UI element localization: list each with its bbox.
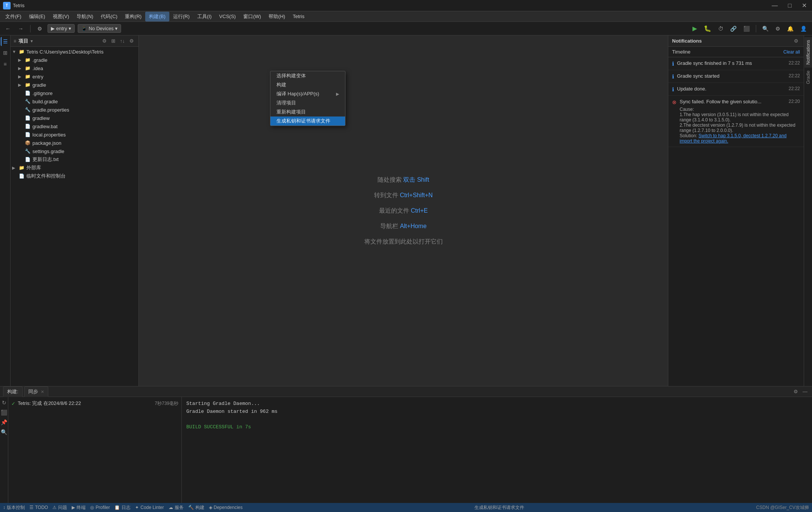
settings-button[interactable]: ⚙ bbox=[773, 24, 783, 33]
tree-idea-folder[interactable]: ▶ 📁 .idea bbox=[11, 64, 138, 72]
gradle-vertical-tab[interactable]: Gradle bbox=[804, 67, 812, 87]
notif-title-3: Update done. bbox=[677, 86, 706, 92]
menu-tetris[interactable]: Tetris bbox=[289, 12, 308, 21]
toolbar-separator-2 bbox=[756, 25, 756, 32]
menu-bar: 文件(F) 编辑(E) 视图(V) 导航(N) 代码(C) 重构(R) 构建(B… bbox=[0, 11, 812, 22]
menu-code[interactable]: 代码(C) bbox=[97, 12, 121, 21]
run-config-button[interactable]: ⚙ bbox=[35, 24, 45, 33]
dropdown-compile-hap[interactable]: 编译 Hap(s)/APP(s) ▶ bbox=[270, 89, 345, 98]
menu-navigate[interactable]: 导航(N) bbox=[73, 12, 97, 21]
status-bar-right: CSDN @GISer_CV攻城狮 bbox=[756, 504, 809, 511]
sidebar-project-icon[interactable]: ☰ bbox=[1, 37, 10, 46]
gradlew-bat-label: gradlew.bat bbox=[32, 124, 58, 129]
status-todo[interactable]: ☰ TODO bbox=[29, 505, 48, 510]
dropdown-select-variant[interactable]: 选择构建变体 bbox=[270, 71, 345, 80]
menu-help[interactable]: 帮助(H) bbox=[265, 12, 289, 21]
minimize-button[interactable]: — bbox=[769, 2, 780, 10]
tree-gradlew-bat[interactable]: 📄 gradlew.bat bbox=[11, 122, 138, 130]
menu-tools[interactable]: 工具(I) bbox=[193, 12, 215, 21]
dropdown-rebuild[interactable]: 重新构建项目 bbox=[270, 107, 345, 117]
tree-gradle-folder[interactable]: ▶ 📁 .gradle bbox=[11, 56, 138, 64]
tree-package-json[interactable]: 📦 package.json bbox=[11, 139, 138, 147]
status-build[interactable]: 🔨 构建 bbox=[188, 504, 204, 511]
forward-button[interactable]: → bbox=[16, 24, 26, 33]
bottom-pin-btn[interactable]: 📌 bbox=[0, 418, 8, 426]
notif-time-4: 22:20 bbox=[789, 99, 800, 104]
menu-view[interactable]: 视图(V) bbox=[49, 12, 73, 21]
tree-entry-folder[interactable]: ▶ 📁 entry bbox=[11, 72, 138, 81]
recent-files-label: 最近的文件 bbox=[379, 207, 409, 214]
close-button[interactable]: ✕ bbox=[800, 1, 809, 10]
file-tree: ▼ 📁 Tetris C:\Users\yws1\Desktop\Tetris … bbox=[11, 47, 138, 386]
sync-tab[interactable]: 同步 ✕ bbox=[24, 386, 49, 397]
tree-root[interactable]: ▼ 📁 Tetris C:\Users\yws1\Desktop\Tetris bbox=[11, 48, 138, 56]
tree-settings-gradle[interactable]: 🔧 settings.gradle bbox=[11, 147, 138, 155]
tree-gradlew[interactable]: 📄 gradlew bbox=[11, 114, 138, 122]
status-log[interactable]: 📋 日志 bbox=[114, 504, 130, 511]
terminal-line-1: Starting Gradle Daemon... bbox=[186, 400, 807, 408]
menu-vcs[interactable]: VCS(S) bbox=[215, 12, 239, 21]
bottom-panel-settings[interactable]: ⚙ bbox=[792, 388, 800, 395]
dropdown-clean[interactable]: 清理项目 bbox=[270, 98, 345, 107]
tree-local-props[interactable]: 📄 local.properties bbox=[11, 130, 138, 139]
status-problems[interactable]: ⚠ 问题 bbox=[52, 504, 67, 511]
entry-dropdown[interactable]: ▶ entry ▾ bbox=[48, 24, 75, 33]
menu-build[interactable]: 构建(B) bbox=[145, 12, 169, 21]
status-code-linter[interactable]: ✦ Code Linter bbox=[135, 505, 164, 510]
project-action-1[interactable]: ⚙ bbox=[101, 37, 108, 44]
bottom-refresh-btn[interactable]: ↻ bbox=[0, 399, 8, 407]
back-button[interactable]: ← bbox=[3, 24, 13, 33]
status-service[interactable]: ☁ 服务 bbox=[169, 504, 184, 511]
sync-tab-close[interactable]: ✕ bbox=[41, 389, 44, 394]
sidebar-icon-3[interactable]: ≡ bbox=[1, 60, 10, 69]
project-action-settings[interactable]: ⚙ bbox=[128, 37, 135, 44]
search-label: 随处搜索 bbox=[378, 176, 402, 183]
solution-link[interactable]: Switch to hap 3.1.5.0, decctest 1.2.7.20… bbox=[680, 133, 787, 144]
stop-button[interactable]: ⬛ bbox=[741, 24, 752, 33]
gradle2-arrow: ▶ bbox=[18, 83, 24, 87]
bottom-panel-minimize[interactable]: — bbox=[801, 388, 809, 395]
build-tab[interactable]: 构建: bbox=[3, 386, 23, 397]
menu-refactor[interactable]: 重构(R) bbox=[121, 12, 145, 21]
project-action-3[interactable]: ↑↓ bbox=[118, 37, 126, 44]
code-linter-label: Code Linter bbox=[140, 505, 164, 510]
tree-external-lib[interactable]: ▶ 📁 外部库 bbox=[11, 164, 138, 172]
menu-edit[interactable]: 编辑(E) bbox=[25, 12, 49, 21]
menu-window[interactable]: 窗口(W) bbox=[239, 12, 265, 21]
no-devices-dropdown[interactable]: 📱 No Devices ▾ bbox=[78, 24, 121, 33]
status-profiler[interactable]: ◎ Profiler bbox=[90, 505, 110, 510]
run-button[interactable]: ▶ bbox=[690, 24, 699, 33]
sidebar-icon-2[interactable]: ⊞ bbox=[1, 48, 10, 57]
maximize-button[interactable]: □ bbox=[786, 2, 794, 10]
notifications-vertical-tab[interactable]: Notifications bbox=[804, 37, 812, 67]
avatar-button[interactable]: 👤 bbox=[798, 24, 809, 33]
status-terminal[interactable]: ▶ 终端 bbox=[72, 504, 86, 511]
tree-build-gradle[interactable]: 🔧 build.gradle bbox=[11, 97, 138, 106]
bottom-stop-btn[interactable]: ⬛ bbox=[0, 408, 8, 417]
project-dropdown-icon[interactable]: ▾ bbox=[31, 38, 33, 44]
toolbar: ← → ⚙ ▶ entry ▾ 📱 No Devices ▾ ▶ 🐛 ⏱ 🔗 ⬛… bbox=[0, 22, 812, 35]
dropdown-build[interactable]: 构建 bbox=[270, 80, 345, 89]
status-dependencies[interactable]: ◈ Dependencies bbox=[209, 505, 243, 510]
project-action-2[interactable]: ⊞ bbox=[110, 37, 117, 44]
title-bar-left: T Tetris bbox=[3, 2, 25, 9]
attach-button[interactable]: 🔗 bbox=[728, 24, 739, 33]
tree-gradle2-folder[interactable]: ▶ 📁 gradle bbox=[11, 81, 138, 89]
tree-temp-files[interactable]: 📄 临时文件和控制台 bbox=[11, 172, 138, 180]
drop-label: 将文件放置到此处以打开它们 bbox=[364, 238, 443, 245]
menu-file[interactable]: 文件(F) bbox=[2, 12, 25, 21]
dropdown-generate-key[interactable]: 生成私钥和证书请求文件 bbox=[270, 117, 345, 126]
tree-changelog[interactable]: 📄 更新日志.txt bbox=[11, 155, 138, 164]
menu-run[interactable]: 运行(R) bbox=[169, 12, 193, 21]
bottom-find-btn[interactable]: 🔍 bbox=[0, 428, 8, 436]
timeline-header: Timeline Clear all bbox=[668, 47, 804, 57]
status-version-control[interactable]: ↕ 版本控制 bbox=[3, 504, 25, 511]
search-button[interactable]: 🔍 bbox=[760, 24, 771, 33]
tree-gitignore[interactable]: 📄 .gitignore bbox=[11, 89, 138, 97]
notifications-settings-btn[interactable]: ⚙ bbox=[792, 37, 800, 44]
notifications-button[interactable]: 🔔 bbox=[785, 24, 796, 33]
tree-gradle-props[interactable]: 🔧 gradle.properties bbox=[11, 106, 138, 114]
clear-all-button[interactable]: Clear all bbox=[783, 49, 800, 55]
profile-button[interactable]: ⏱ bbox=[716, 24, 726, 33]
debug-button[interactable]: 🐛 bbox=[701, 24, 714, 33]
